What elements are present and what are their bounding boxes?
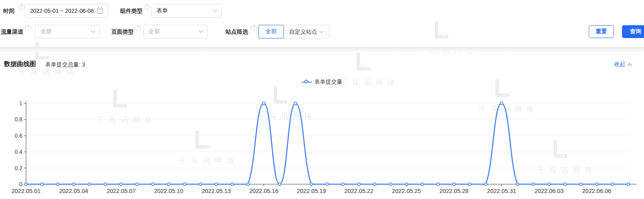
chevron-down-icon [198,28,203,33]
collapse-toggle[interactable]: 收起 [614,61,631,68]
line-chart-canvas[interactable]: 00.20.40.60.812022.05.012022.05.042022.0… [0,92,644,199]
traffic-channel-select[interactable]: 全部 [35,25,100,38]
svg-text:2022.05.10: 2022.05.10 [154,188,183,194]
form-submit-total: 表单提交总量: 3 [45,61,85,68]
date-range-input[interactable]: 2022-05-01 ~ 2022-06-08 [25,4,108,18]
site-filter-custom-label: 自定义站点 [289,28,317,36]
calendar-icon [97,8,103,14]
date-range-value: 2022-05-01 ~ 2022-06-08 [30,8,97,14]
section-title: 数据曲线图 [4,60,36,68]
site-filter-all-button[interactable]: 全部 [258,25,284,38]
traffic-channel-value: 全部 [40,28,92,35]
watermark-logo-icon [356,53,370,70]
site-filter-help-icon[interactable]: ? [251,25,257,31]
svg-text:2022.05.07: 2022.05.07 [107,188,136,194]
svg-text:0.6: 0.6 [15,133,23,139]
site-filter-custom-button[interactable]: 自定义站点 [284,25,329,39]
component-type-value: 表单 [157,7,213,14]
watermark: 千马讯网络 [435,21,448,38]
time-help-icon[interactable]: ? [18,4,24,10]
svg-text:0: 0 [19,181,22,187]
time-filter-label: 时间 [3,4,14,18]
component-type-help-icon[interactable]: ? [144,4,150,10]
svg-text:2022.05.01: 2022.05.01 [12,188,41,194]
component-type-select[interactable]: 表单 [151,4,222,18]
collapse-label: 收起 [614,61,625,68]
svg-text:2022.05.19: 2022.05.19 [297,188,326,194]
analytics-page: { "filters": { "time": { "label": "时间", … [0,0,644,199]
page-type-value: 全部 [149,28,199,35]
svg-text:2022.05.31: 2022.05.31 [487,188,516,194]
chevron-down-icon [213,8,217,12]
svg-text:2022.05.22: 2022.05.22 [344,188,374,194]
svg-text:0.4: 0.4 [15,149,23,155]
page-type-help-icon[interactable]: ? [135,25,141,31]
svg-text:1: 1 [19,100,22,107]
watermark-logo-icon [435,21,448,38]
svg-text:2022.05.28: 2022.05.28 [439,188,469,194]
svg-text:2022.05.13: 2022.05.13 [202,188,231,194]
site-filter-all-label: 全部 [266,28,277,35]
svg-text:2022.05.25: 2022.05.25 [392,188,421,194]
chart-legend[interactable]: 表单提交量 [0,78,644,86]
svg-text:2022.05.04: 2022.05.04 [59,188,88,194]
chevron-down-icon [319,29,324,33]
query-button[interactable]: 查询 [622,25,644,38]
legend-line-marker-icon [302,80,312,84]
legend-series-label: 表单提交量 [314,78,342,86]
chevron-up-icon [627,63,632,68]
site-filter-label: 站点筛选 [225,25,248,38]
svg-text:2022.06.03: 2022.06.03 [535,188,564,194]
svg-text:0.2: 0.2 [15,165,23,171]
site-filter-segmented: 全部 自定义站点 [258,25,329,38]
svg-text:0.8: 0.8 [15,116,23,123]
section-divider [0,47,644,52]
traffic-channel-label: 流量渠道 [1,25,23,38]
page-type-select[interactable]: 全部 [143,25,207,38]
reset-button[interactable]: 重置 [589,25,614,38]
traffic-channel-help-icon[interactable]: ? [25,25,31,31]
component-type-label: 组件类型 [120,4,143,18]
svg-text:2022.05.16: 2022.05.16 [249,188,278,194]
watermark: 千马讯网络 [356,53,370,70]
chevron-down-icon [91,28,95,33]
svg-text:2022.06.06: 2022.06.06 [582,188,612,194]
page-type-label: 页面类型 [111,25,134,38]
